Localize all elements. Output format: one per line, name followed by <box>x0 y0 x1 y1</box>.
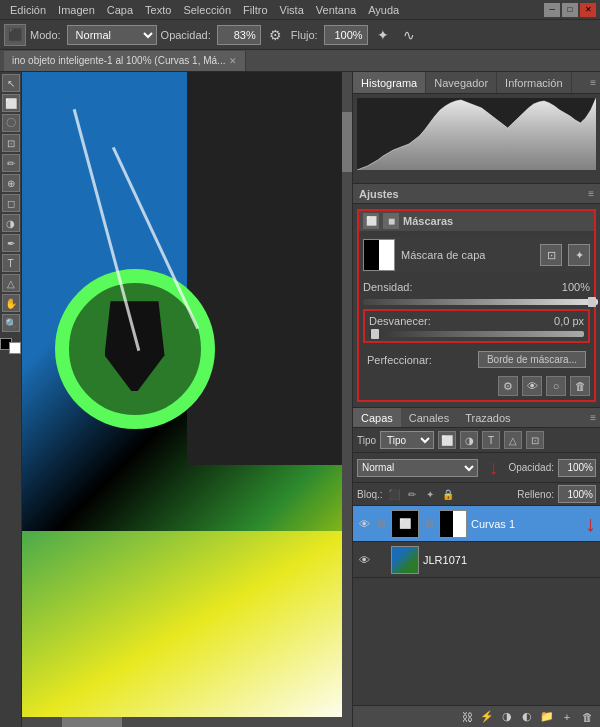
left-tool-hand[interactable]: ✋ <box>2 294 20 312</box>
lock-transparency-icon[interactable]: ⬛ <box>387 487 401 501</box>
menu-seleccion[interactable]: Selección <box>177 4 237 16</box>
tab-canales[interactable]: Canales <box>401 408 457 427</box>
menu-texto[interactable]: Texto <box>139 4 177 16</box>
relleno-input[interactable] <box>558 485 596 503</box>
background-color[interactable] <box>9 342 21 354</box>
menu-ventana[interactable]: Ventana <box>310 4 362 16</box>
histogram-panel-menu[interactable]: ≡ <box>590 77 600 88</box>
right-panels: Histograma Navegador Información ≡ <box>352 72 600 727</box>
layer-link-icon[interactable] <box>375 554 387 566</box>
layer-visibility-toggle[interactable]: 👁 <box>357 553 371 567</box>
layer-adjustment-icon[interactable]: ◐ <box>518 708 536 726</box>
capas-panel-menu[interactable]: ≡ <box>590 412 600 423</box>
layer-new-icon[interactable]: + <box>558 708 576 726</box>
densidad-label: Densidad: <box>363 281 550 293</box>
layer-mask-thumbnail <box>439 510 467 538</box>
filter-text-icon[interactable]: T <box>482 431 500 449</box>
mascara-btn-1[interactable]: ⊡ <box>540 244 562 266</box>
layer-row[interactable]: 👁 ⛓ ⬜ ⛓ Curvas 1 ↓ <box>353 506 600 542</box>
restore-button[interactable]: □ <box>562 3 578 17</box>
airbrush-icon[interactable]: ✦ <box>372 24 394 46</box>
toolbar: ⬛ Modo: Normal Opacidad: ⚙ Flujo: ✦ ∿ <box>0 20 600 50</box>
tab-navegador[interactable]: Navegador <box>426 72 497 93</box>
filter-shape-icon[interactable]: △ <box>504 431 522 449</box>
filter-smart-icon[interactable]: ⊡ <box>526 431 544 449</box>
left-tool-clone[interactable]: ⊕ <box>2 174 20 192</box>
layer-row[interactable]: 👁 JLR1071 <box>353 542 600 578</box>
close-button[interactable]: ✕ <box>580 3 596 17</box>
densidad-thumb[interactable] <box>588 297 596 307</box>
tool-icon[interactable]: ⬛ <box>4 24 26 46</box>
menu-capa[interactable]: Capa <box>101 4 139 16</box>
densidad-slider[interactable] <box>363 299 598 305</box>
left-tool-brush[interactable]: ✏ <box>2 154 20 172</box>
menu-ayuda[interactable]: Ayuda <box>362 4 405 16</box>
opacity-input[interactable] <box>217 25 261 45</box>
ajustes-title: Ajustes <box>359 188 399 200</box>
lock-paint-icon[interactable]: ✏ <box>405 487 419 501</box>
document-tab[interactable]: ino objeto inteligente-1 al 100% (Curvas… <box>4 51 246 71</box>
menu-vista[interactable]: Vista <box>274 4 310 16</box>
scrollbar-vertical[interactable] <box>342 72 352 727</box>
mode-label: Modo: <box>30 29 61 41</box>
tab-histograma[interactable]: Histograma <box>353 72 426 93</box>
layer-visibility-toggle[interactable]: 👁 <box>357 517 371 531</box>
perfeccionar-row: Perfeccionar: Borde de máscara... <box>363 347 590 372</box>
mascara-btn-2[interactable]: ✦ <box>568 244 590 266</box>
left-tool-pen[interactable]: ✒ <box>2 234 20 252</box>
menu-edicion[interactable]: Edición <box>4 4 52 16</box>
prop-action-apply[interactable]: 👁 <box>522 376 542 396</box>
ajustes-menu[interactable]: ≡ <box>588 188 594 199</box>
opacity-input[interactable] <box>558 459 596 477</box>
scroll-thumb-v[interactable] <box>342 112 352 172</box>
tab-trazados[interactable]: Trazados <box>457 408 518 427</box>
layer-delete-icon[interactable]: 🗑 <box>578 708 596 726</box>
desvanecer-thumb[interactable] <box>371 329 379 339</box>
layer-style-icon[interactable]: ⚡ <box>478 708 496 726</box>
tab-close-icon[interactable]: ✕ <box>229 56 237 66</box>
left-tool-zoom[interactable]: 🔍 <box>2 314 20 332</box>
left-tool-lasso[interactable]: 〇 <box>2 114 20 132</box>
flow-label: Flujo: <box>291 29 318 41</box>
left-tool-text[interactable]: T <box>2 254 20 272</box>
canvas-area[interactable] <box>22 72 352 727</box>
lock-all-icon[interactable]: 🔒 <box>441 487 455 501</box>
layer-link-bottom-icon[interactable]: ⛓ <box>458 708 476 726</box>
brush-settings-icon[interactable]: ⚙ <box>265 24 287 46</box>
flow-input[interactable] <box>324 25 368 45</box>
filter-pixel-icon[interactable]: ⬜ <box>438 431 456 449</box>
layer-type-select[interactable]: Tipo <box>380 431 434 449</box>
prop-icon-mask[interactable]: ◼ <box>383 213 399 229</box>
lock-row: Bloq.: ⬛ ✏ ✦ 🔒 Relleno: <box>353 483 600 506</box>
borde-mascara-button[interactable]: Borde de máscara... <box>478 351 586 368</box>
prop-action-settings[interactable]: ⚙ <box>498 376 518 396</box>
layer-chain-icon[interactable]: ⛓ <box>423 518 435 530</box>
menu-imagen[interactable]: Imagen <box>52 4 101 16</box>
left-tool-eraser[interactable]: ◻ <box>2 194 20 212</box>
histogram-chart <box>357 98 596 170</box>
left-tool-shape[interactable]: △ <box>2 274 20 292</box>
filter-adjust-icon[interactable]: ◑ <box>460 431 478 449</box>
blend-mode-select[interactable]: Normal <box>357 459 478 477</box>
left-tool-dodge[interactable]: ◑ <box>2 214 20 232</box>
left-tool-move[interactable]: ↖ <box>2 74 20 92</box>
layer-group-icon[interactable]: 📁 <box>538 708 556 726</box>
scrollbar-horizontal[interactable] <box>22 717 352 727</box>
prop-action-delete[interactable]: 🗑 <box>570 376 590 396</box>
desvanecer-slider[interactable] <box>369 331 584 337</box>
scroll-thumb-h[interactable] <box>62 717 122 727</box>
lock-move-icon[interactable]: ✦ <box>423 487 437 501</box>
layer-mask-icon[interactable]: ◑ <box>498 708 516 726</box>
prop-icon-gradient[interactable]: ⬜ <box>363 213 379 229</box>
layer-link-icon[interactable]: ⛓ <box>375 518 387 530</box>
menu-filtro[interactable]: Filtro <box>237 4 273 16</box>
left-tool-crop[interactable]: ⊡ <box>2 134 20 152</box>
densidad-row: Densidad: 100% <box>359 281 594 293</box>
mode-select[interactable]: Normal <box>67 25 157 45</box>
smoothing-icon[interactable]: ∿ <box>398 24 420 46</box>
prop-action-eye[interactable]: ○ <box>546 376 566 396</box>
minimize-button[interactable]: ─ <box>544 3 560 17</box>
left-tool-select[interactable]: ⬜ <box>2 94 20 112</box>
tab-informacion[interactable]: Información <box>497 72 571 93</box>
tab-capas[interactable]: Capas <box>353 408 401 427</box>
